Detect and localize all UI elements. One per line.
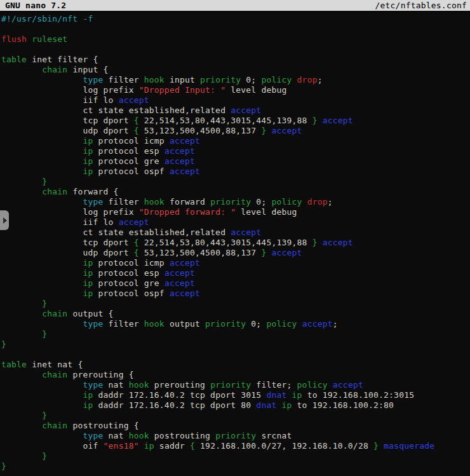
- code-token: input: [164, 75, 200, 85]
- code-token: accept: [119, 217, 149, 227]
- code-token: hook: [129, 431, 149, 440]
- code-token: dnat: [256, 400, 276, 410]
- code-line: ct state established,related accept: [1, 228, 470, 238]
- code-token: masquerade: [384, 441, 434, 451]
- code-token: chain: [42, 65, 67, 74]
- code-token: "ens18": [104, 441, 139, 451]
- code-line: }: [1, 177, 470, 187]
- code-token: [1, 329, 42, 339]
- code-token: 53,123,500,4500,88,137: [139, 126, 262, 135]
- code-token: accept: [271, 126, 302, 135]
- code-token: drop: [297, 75, 318, 85]
- code-line: type nat hook postrouting priority srcna…: [1, 431, 470, 441]
- code-token: filter;: [251, 380, 297, 390]
- code-token: {: [134, 126, 139, 135]
- code-token: [1, 268, 83, 278]
- code-line: }: [1, 461, 470, 472]
- code-token: accept: [170, 258, 200, 268]
- code-token: accept: [231, 105, 261, 115]
- code-line: udp dport { 53,123,500,4500,88,137 } acc…: [1, 126, 470, 136]
- code-token: ip: [83, 156, 93, 166]
- code-token: [1, 319, 83, 329]
- code-token: ip: [83, 146, 93, 156]
- code-token: ip: [83, 289, 93, 298]
- code-token: "Dropped Input: ": [139, 85, 225, 95]
- code-token: flush: [1, 34, 27, 44]
- code-token: [1, 451, 42, 461]
- code-token: }: [312, 238, 318, 247]
- code-line: }: [1, 411, 470, 421]
- code-token: chain: [42, 309, 67, 318]
- expand-arrow-icon: [3, 217, 7, 224]
- code-token: [379, 441, 384, 451]
- code-token: type: [83, 197, 103, 207]
- code-token: dnat: [266, 390, 286, 400]
- code-token: protocol esp: [93, 146, 164, 156]
- code-token: to 192.168.100.2:80: [292, 400, 394, 410]
- code-token: policy: [266, 319, 297, 329]
- code-line: ip protocol gre accept: [1, 278, 470, 289]
- code-token: accept: [323, 238, 353, 247]
- code-token: [328, 380, 333, 390]
- code-token: udp dport: [1, 126, 134, 135]
- code-token: iif lo: [1, 95, 119, 105]
- side-panel-toggle[interactable]: [0, 210, 9, 230]
- code-token: [1, 309, 42, 318]
- editor-buffer[interactable]: #!/usr/sbin/nft -fflush rulesettable ine…: [0, 11, 470, 472]
- code-token: chain: [42, 370, 67, 379]
- code-token: hook: [144, 197, 164, 207]
- code-line: }: [1, 329, 470, 339]
- terminal-window: GNU nano 7.2 /etc/nftables.conf #!/usr/s…: [0, 0, 470, 476]
- code-token: forward {: [67, 187, 118, 196]
- code-token: accept: [164, 146, 195, 156]
- code-token: input {: [67, 65, 108, 74]
- code-line: [1, 24, 470, 34]
- code-token: daddr 172.16.40.2 tcp dport 80: [93, 400, 257, 410]
- code-token: [1, 289, 83, 298]
- code-token: accept: [164, 278, 195, 288]
- code-token: filter: [104, 197, 144, 207]
- code-token: log prefix: [1, 207, 139, 217]
- code-line: chain input {: [1, 65, 470, 75]
- filename-label: /etc/nftables.conf: [375, 0, 467, 11]
- code-token: daddr 172.16.40.2 tcp dport 3015: [93, 390, 267, 400]
- code-line: tcp dport { 22,514,53,80,443,3015,445,13…: [1, 116, 470, 126]
- code-token: protocol gre: [93, 278, 164, 288]
- code-line: #!/usr/sbin/nft -f: [1, 14, 470, 24]
- code-token: [1, 177, 42, 186]
- code-token: [1, 278, 83, 288]
- code-token: policy: [271, 197, 302, 207]
- code-token: }: [42, 451, 47, 461]
- code-token: srcnat: [256, 431, 292, 440]
- code-token: priority: [210, 380, 251, 390]
- code-token: [292, 75, 297, 85]
- code-token: [276, 400, 281, 410]
- code-token: priority: [215, 431, 256, 440]
- code-token: ip: [83, 278, 93, 288]
- code-line: iif lo accept: [1, 217, 470, 228]
- code-line: type filter hook forward priority 0; pol…: [1, 197, 470, 207]
- code-line: [1, 350, 470, 360]
- code-line: table inet nat {: [1, 360, 470, 370]
- code-token: hook: [144, 75, 164, 85]
- code-token: {: [134, 238, 139, 247]
- code-token: }: [1, 339, 6, 349]
- code-line: ip daddr 172.16.40.2 tcp dport 80 dnat i…: [1, 400, 470, 411]
- code-token: }: [42, 411, 47, 420]
- code-token: log prefix: [1, 85, 139, 95]
- code-token: accept: [271, 248, 302, 257]
- code-token: accept: [164, 156, 195, 166]
- code-token: type: [83, 75, 103, 85]
- code-token: priority: [200, 75, 241, 85]
- code-token: [139, 441, 144, 451]
- code-token: ct state established,related: [1, 228, 231, 237]
- code-token: table: [1, 360, 27, 369]
- code-token: inet nat {: [27, 360, 83, 369]
- code-token: type: [83, 380, 103, 390]
- code-token: [27, 34, 32, 44]
- code-token: protocol icmp: [93, 258, 170, 268]
- code-token: prerouting {: [67, 370, 133, 379]
- code-token: oif: [1, 441, 104, 451]
- code-line: }: [1, 339, 470, 350]
- code-token: [1, 156, 83, 166]
